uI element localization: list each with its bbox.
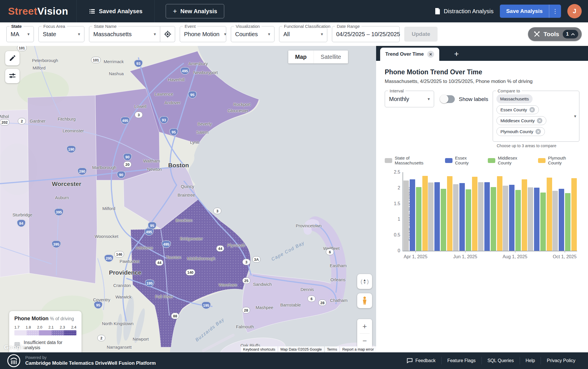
toggle-thumb	[440, 95, 448, 103]
footer-link[interactable]: Feedback	[401, 358, 441, 363]
save-options-kebab-button[interactable]: ⋮	[549, 5, 561, 18]
chip-remove-icon[interactable]: ✕	[537, 118, 542, 123]
satellite-view-button[interactable]: Satellite	[314, 51, 348, 63]
footer-link[interactable]: Feature Flags	[442, 358, 481, 363]
pegman-control[interactable]	[357, 293, 372, 308]
analysis-panel: Trend Over Time ✕ + Phone Motion Trend O…	[376, 46, 588, 352]
compare-helper-text: Choose up to 3 areas to compare	[497, 143, 579, 148]
chevron-down-icon: ▾	[219, 32, 226, 37]
bar[interactable]	[522, 179, 527, 251]
chart-legend-swatch	[445, 158, 452, 163]
map-view-button[interactable]: Map	[288, 51, 314, 63]
new-analysis-button[interactable]: + New Analysis	[166, 4, 224, 18]
bar[interactable]	[571, 178, 577, 251]
bar[interactable]	[441, 189, 446, 251]
tab-label: Trend Over Time	[385, 51, 424, 57]
bar-group	[478, 172, 503, 251]
y-axis-tick-label: 1	[398, 217, 400, 222]
bar[interactable]	[416, 187, 421, 251]
bar[interactable]	[491, 187, 496, 251]
zoom-control: + −	[357, 319, 372, 348]
footer-link[interactable]: Privacy Policy	[541, 358, 581, 363]
bar[interactable]	[447, 176, 452, 251]
compare-chip[interactable]: Essex County✕	[496, 105, 539, 114]
y-axis-tick-label: 0	[398, 248, 400, 253]
chip-remove-icon[interactable]: ✕	[535, 129, 541, 134]
attribution-link[interactable]: Map Data ©2025 Google	[278, 346, 324, 352]
tab-trend-over-time[interactable]: Trend Over Time ✕	[380, 48, 439, 61]
bar[interactable]	[552, 191, 558, 251]
compare-chip[interactable]: Plymouth County✕	[496, 127, 545, 136]
bar[interactable]	[484, 182, 490, 251]
bar[interactable]	[428, 182, 434, 251]
footer-link[interactable]: SQL Queries	[482, 358, 520, 363]
bar[interactable]	[547, 178, 552, 251]
tools-button[interactable]: Tools 1	[528, 27, 582, 41]
bar[interactable]	[528, 187, 533, 251]
bar[interactable]	[559, 189, 564, 251]
chip-remove-icon[interactable]: ✕	[529, 107, 535, 112]
bar[interactable]	[515, 190, 521, 251]
add-tab-button[interactable]: +	[454, 49, 459, 59]
chart-legend-label: State of Massachusetts	[395, 156, 438, 165]
saved-analyses-label: Saved Analyses	[99, 8, 143, 15]
bar[interactable]	[459, 183, 465, 251]
update-button[interactable]: Update	[404, 27, 438, 42]
feedback-icon	[407, 358, 413, 363]
bar[interactable]	[540, 193, 546, 251]
map-canvas[interactable]: PeterboroughMilfordMerrimackNashuaAmesbu…	[0, 46, 376, 352]
tools-badge[interactable]: 1	[563, 30, 578, 38]
chart-legend-item[interactable]: Middlesex County	[488, 156, 531, 165]
chart-legend-item[interactable]: Plymouth County	[538, 156, 579, 165]
attribution-link[interactable]: Terms	[325, 346, 339, 352]
event-select[interactable]: Event Phone Motion ▾	[180, 26, 226, 42]
focus-area-select[interactable]: Focus Area State ▾	[38, 26, 84, 42]
interval-select[interactable]: Interval Monthly ▾	[385, 91, 434, 107]
footer-link-label: Feedback	[415, 358, 436, 363]
tilt-rotate-control[interactable]: ( ▲▼ )	[357, 274, 372, 289]
bar[interactable]	[453, 184, 459, 251]
chart-legend-swatch	[385, 158, 392, 163]
bar[interactable]	[466, 189, 471, 251]
bar[interactable]	[503, 186, 508, 251]
bar[interactable]	[410, 179, 415, 251]
bar-group	[428, 172, 453, 251]
map-filters-button[interactable]	[5, 69, 20, 83]
bar[interactable]	[422, 176, 428, 251]
save-analysis-button[interactable]: Save Analysis	[500, 5, 549, 18]
footer-link[interactable]: Help	[520, 358, 541, 363]
attribution-link[interactable]: Keyboard shortcuts	[241, 346, 278, 352]
state-name-select[interactable]: State Name Massachusetts ▾	[89, 26, 160, 42]
chart-legend-item[interactable]: Essex County	[445, 156, 480, 165]
bar[interactable]	[403, 180, 409, 251]
bar[interactable]	[565, 193, 570, 251]
bar[interactable]	[509, 185, 514, 251]
compare-chip[interactable]: Middlesex County✕	[496, 116, 546, 125]
ramp-segment	[14, 330, 27, 335]
zoom-in-button[interactable]: +	[357, 319, 372, 333]
chart-legend-item[interactable]: State of Massachusetts	[385, 156, 438, 165]
date-range-label: Date Range	[335, 24, 361, 29]
visualization-select[interactable]: Visualization Counties ▾	[231, 26, 274, 42]
compare-to-select[interactable]: Compare to Massachusetts Essex County✕Mi…	[493, 91, 579, 142]
tab-close-button[interactable]: ✕	[427, 51, 434, 58]
paren: )	[367, 278, 369, 285]
bar[interactable]	[478, 182, 483, 251]
saved-analyses-button[interactable]: Saved Analyses	[77, 0, 155, 22]
bar[interactable]	[497, 176, 502, 251]
analysis-name: Distraction Analysis	[434, 8, 493, 15]
date-range-field[interactable]: Date Range 04/25/2025 – 10/25/2025	[332, 26, 400, 42]
locate-button[interactable]	[160, 26, 175, 42]
avatar[interactable]: J	[567, 4, 582, 18]
bar[interactable]	[434, 182, 440, 251]
zoom-out-button[interactable]: −	[357, 334, 372, 348]
functional-classification-select[interactable]: Functional Classification All ▾	[279, 26, 327, 42]
bar[interactable]	[534, 188, 539, 251]
show-labels-toggle[interactable]	[440, 95, 455, 103]
state-select[interactable]: State MA ▾	[6, 26, 34, 42]
attribution-link[interactable]: Report a map error	[340, 346, 376, 352]
state-value: MA	[11, 31, 19, 38]
chevron-down-icon: ▾	[73, 32, 80, 37]
draw-tool-button[interactable]	[5, 51, 20, 65]
bar[interactable]	[472, 177, 477, 251]
